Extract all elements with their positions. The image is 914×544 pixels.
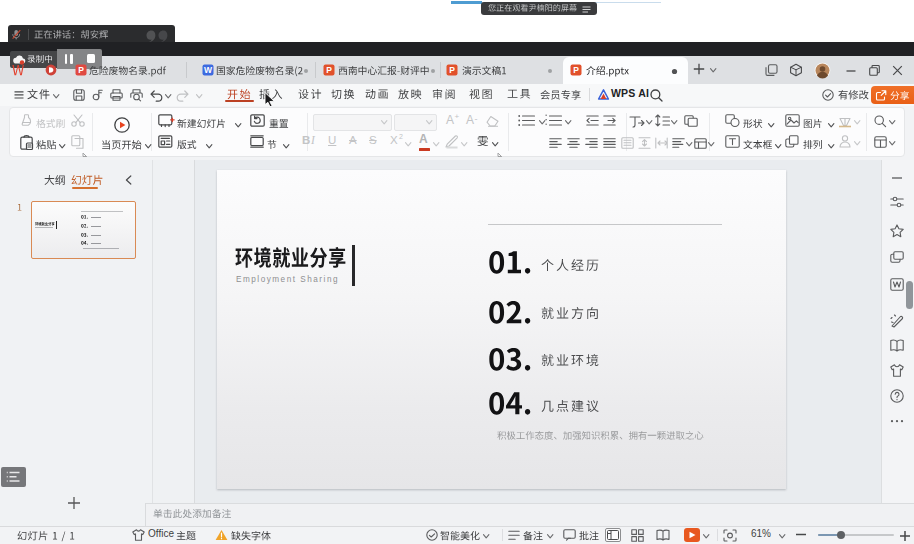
svg-text:P: P [326, 65, 332, 75]
svg-text:P: P [449, 65, 455, 75]
svg-text:P: P [78, 65, 84, 75]
svg-text:P: P [573, 65, 579, 75]
svg-text:W: W [204, 65, 213, 75]
